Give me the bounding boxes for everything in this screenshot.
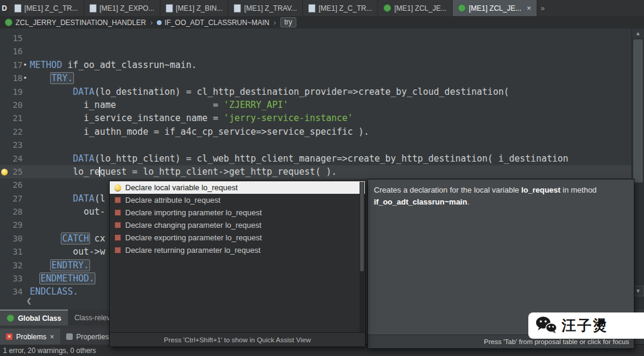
popup-scrollbar[interactable] [360, 182, 364, 332]
editor-tab[interactable]: [ME1] Z_EXPO... [84, 0, 160, 16]
code-line[interactable]: 25 lo_request = lo_http_client->get_http… [0, 165, 632, 178]
breadcrumb-item[interactable]: ZCL_JERRY_DESTINATION_HANDLER [5, 18, 146, 27]
gutter-icon-column [0, 72, 8, 85]
proposal-icon [114, 247, 121, 253]
code-text: lo_request = lo_http_client->get_http_re… [27, 165, 632, 178]
keyword-token: TRY. [50, 72, 74, 84]
keyword-token: METHOD [30, 60, 62, 70]
editor-view-tabs: Global ClassClass-releva [0, 309, 120, 326]
popup-scrollbar-thumb[interactable] [360, 182, 364, 271]
code-text: i_name = 'ZJERRY_API' [27, 98, 632, 112]
panel-tab-properties[interactable]: Properties [60, 329, 115, 345]
line-marker: • [23, 58, 27, 72]
quick-assist-label: Declare returning parameter lo_request [125, 246, 261, 255]
code-line[interactable]: 22 i_authn_mode = if_a4c_cp_service=>ser… [0, 125, 632, 138]
proposal-icon [114, 234, 121, 241]
keyword-token: ENDTRY. [50, 259, 90, 271]
editor-tab[interactable]: [ME1] Z_C_TR... [9, 0, 84, 16]
line-marker [23, 178, 27, 191]
line-marker [23, 45, 27, 58]
program-icon [234, 4, 241, 13]
line-marker [23, 32, 27, 45]
panel-tab-problems[interactable]: ✕Problems× [0, 329, 60, 345]
editor-tab[interactable]: [ME1] Z_C_TR... [303, 0, 378, 16]
quick-assist-item[interactable]: Declare changing parameter lo_request [110, 219, 365, 231]
keyword-token: CATCH [61, 233, 90, 244]
code-line[interactable]: 15 [0, 32, 632, 45]
line-number: 26 [8, 178, 23, 191]
wechat-icon [535, 315, 557, 336]
line-marker [23, 98, 27, 112]
breadcrumb-label: IF_OO_ADT_CLASSRUN~MAIN [165, 18, 270, 27]
code-line[interactable]: 16 [0, 45, 632, 58]
tab-label: [ME1] Z_C_TR... [24, 4, 78, 13]
code-token: if_oo_adt_classrun~main. [62, 60, 197, 70]
code-token: lo_re [30, 166, 100, 177]
code-line[interactable]: 17•METHOD if_oo_adt_classrun~main. [0, 58, 632, 72]
scrollbar-thumb[interactable] [633, 39, 643, 182]
view-tab-label: Global Class [18, 314, 61, 323]
quick-assist-item[interactable]: Declare importing parameter lo_request [110, 206, 365, 219]
problem-count-text: 1 error, 20 warnings, 0 others [3, 346, 96, 355]
breadcrumb: ZCL_JERRY_DESTINATION_HANDLER›IF_OO_ADT_… [0, 16, 644, 29]
quickfix-bulb-icon [1, 169, 8, 175]
code-token [30, 260, 51, 271]
editor-tab[interactable]: [ME1] Z_BIN... [160, 0, 229, 16]
method-icon [157, 20, 162, 25]
scroll-left-icon[interactable]: ❮ [26, 297, 32, 305]
code-text: i_service_instance_name = 'jerry-service… [27, 112, 632, 125]
quick-assist-item[interactable]: Declare exporting parameter lo_request [110, 231, 365, 244]
close-icon[interactable]: × [527, 4, 531, 12]
gutter-icon-column [0, 218, 8, 231]
line-marker [23, 138, 27, 151]
quick-assist-popup: Declare local variable lo_requestDeclare… [109, 181, 366, 347]
code-token: (l [94, 193, 105, 204]
line-number: 24 [8, 152, 23, 165]
line-marker [23, 85, 27, 98]
quick-assist-label: Declare changing parameter lo_request [125, 221, 261, 230]
quick-assist-item[interactable]: Declare returning parameter lo_request [110, 244, 365, 256]
tab-label: [ME1] Z_BIN... [176, 4, 223, 13]
quick-assist-label: Declare exporting parameter lo_request [125, 233, 262, 242]
editor-tab[interactable]: [ME1] Z_TRAV... [228, 0, 303, 16]
tab-overflow-chevron-icon[interactable]: » [537, 0, 549, 16]
view-tab-global-class[interactable]: Global Class [0, 309, 68, 326]
code-line[interactable]: 18• TRY. [0, 72, 632, 85]
code-text: i_authn_mode = if_a4c_cp_service=>servic… [27, 125, 632, 138]
line-number: 32 [8, 259, 23, 272]
breadcrumb-item[interactable]: IF_OO_ADT_CLASSRUN~MAIN [157, 18, 270, 27]
gutter-icon-column [0, 232, 8, 245]
code-token: out- [30, 206, 105, 217]
program-icon [14, 4, 21, 13]
line-number: 21 [8, 112, 23, 125]
code-line[interactable]: 21 i_service_instance_name = 'jerry-serv… [0, 112, 632, 125]
line-marker [23, 125, 27, 138]
editor-tab[interactable]: [ME1] ZCL_JE...× [453, 0, 537, 16]
code-line[interactable]: 19 DATA(lo_destination) = cl_http_destin… [0, 85, 632, 98]
code-token [30, 73, 51, 83]
quick-assist-item[interactable]: Declare attribute lo_request [110, 194, 365, 206]
code-line[interactable]: 23 [0, 138, 632, 151]
gutter-icon-column [0, 58, 8, 72]
code-line[interactable]: 20 i_name = 'ZJERRY_API' [0, 98, 632, 112]
gutter-icon-column [0, 165, 8, 178]
quick-assist-label: Declare attribute lo_request [125, 196, 221, 205]
watermark-badge: 汪子燙 [528, 312, 644, 339]
line-number: 27 [8, 192, 23, 205]
program-icon [166, 4, 173, 13]
gutter-icon-column [0, 285, 8, 298]
line-marker [23, 245, 27, 258]
scroll-up-icon[interactable]: ▲ [632, 29, 644, 38]
proposal-icon [114, 197, 121, 203]
gutter-icon-column [0, 245, 8, 258]
quick-assist-item[interactable]: Declare local variable lo_request [110, 181, 365, 194]
editor-tab[interactable]: [ME1] ZCL_JE... [378, 0, 453, 16]
gutter-icon-column [0, 125, 8, 138]
tab-label: [ME1] Z_EXPO... [100, 4, 154, 13]
keyword-token: DATA [73, 153, 94, 164]
close-icon[interactable]: × [50, 333, 54, 341]
code-line[interactable]: 24 DATA(lo_http_client) = cl_web_http_cl… [0, 152, 632, 165]
gutter-icon-column [0, 98, 8, 112]
breadcrumb-item[interactable]: try [280, 17, 296, 27]
proposal-icon [114, 209, 121, 216]
